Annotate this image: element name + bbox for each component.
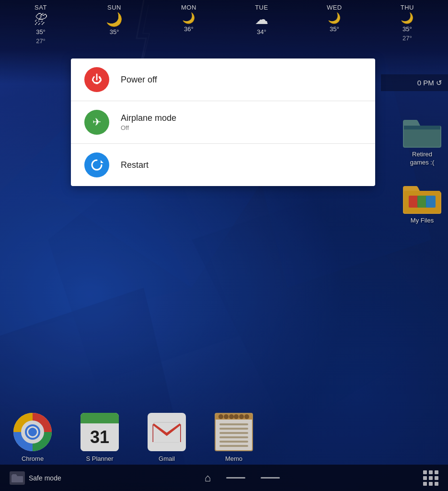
restart-icon-circle [84,152,109,177]
power-off-icon: ⏻ [92,74,102,85]
restart-text: Restart [121,160,149,170]
power-menu: ⏻ Power off ✈ Airplane mode Off [71,58,375,186]
airplane-mode-item[interactable]: ✈ Airplane mode Off [71,101,375,144]
power-off-item[interactable]: ⏻ Power off [71,58,375,101]
power-off-icon-circle: ⏻ [84,67,109,92]
svg-marker-6 [101,160,103,163]
airplane-mode-label: Airplane mode [121,113,176,123]
airplane-icon: ✈ [92,117,101,128]
restart-item[interactable]: Restart [71,144,375,186]
restart-label: Restart [121,160,149,170]
power-menu-overlay[interactable]: ⏻ Power off ✈ Airplane mode Off [0,0,448,491]
airplane-mode-icon-circle: ✈ [84,110,109,135]
restart-icon [90,158,103,172]
airplane-mode-status: Off [121,124,176,131]
power-off-label: Power off [121,75,157,85]
airplane-mode-text: Airplane mode Off [121,113,176,131]
power-off-text: Power off [121,75,157,85]
